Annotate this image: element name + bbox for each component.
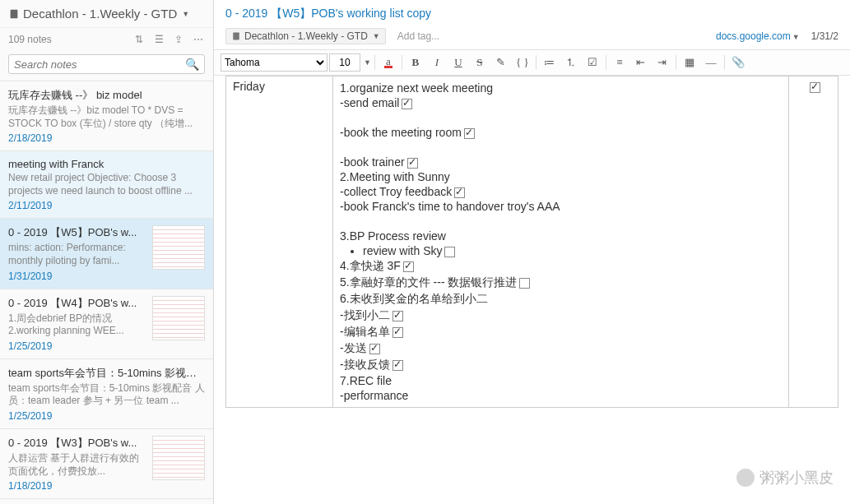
note-item[interactable]: 0 - 2019 【W3】POB's w...人群运营 基于人群进行有效的页面优… [0,429,213,499]
note-item-title: team sports年会节目：5-10mins 影视配音 [8,366,205,381]
day-cell[interactable]: Friday [226,76,333,408]
task-line[interactable]: review with Sky [363,244,782,257]
main-pane: 0 - 2019 【W5】POB's working list copy Dec… [214,0,850,504]
task-line[interactable]: 1.organize next week meeting [340,81,782,95]
task-line[interactable]: -send email [340,96,782,109]
strike-button[interactable]: S [470,53,490,72]
font-select[interactable]: Tahoma [221,53,327,72]
checkbox[interactable] [369,344,380,354]
align-button[interactable]: ≡ [610,53,629,72]
task-line[interactable]: 2.Meeting with Sunny [340,170,782,183]
search-icon[interactable]: 🔍 [185,58,199,71]
task-line[interactable]: -performance [340,389,782,402]
sidebar-toolbar: 109 notes ⇅ ☰ ⇪ ⋯ [0,28,213,51]
note-item-title: meeting with Franck [8,158,205,170]
underline-button[interactable]: U [448,53,468,72]
code-button[interactable]: { } [513,53,532,72]
note-title[interactable]: 0 - 2019 【W5】POB's working list copy [214,0,850,25]
indent-button[interactable]: ⇥ [653,53,672,72]
note-item[interactable]: team sports年会节目：5-10mins 影视配音team sports… [0,359,213,429]
search-box[interactable]: 🔍 [8,54,205,74]
outdent-button[interactable]: ⇤ [631,53,651,72]
notebook-name: Decathlon - 1.Weekly - GTD [23,7,177,21]
notebook-pill-label: Decathlon - 1.Weekly - GTD [244,30,368,42]
task-line[interactable]: -发送 [340,341,782,356]
note-item-snippet: 1.周会debrief BP的情况 2.working planning WEE… [8,312,147,338]
hr-button[interactable]: — [701,53,721,72]
checkbox[interactable] [407,158,418,169]
more-icon[interactable]: ⋯ [192,33,205,46]
checkbox[interactable] [403,261,414,272]
bullet-list-button[interactable]: ≔ [540,53,560,72]
checkbox[interactable] [810,82,820,93]
task-line[interactable]: 6.未收到奖金的名单给到小二 [340,292,782,307]
note-item[interactable]: 0 - 2019 【W5】POB's w...mins: action: Per… [0,219,213,289]
note-list: 玩库存去赚钱 --》 biz model玩库存去赚钱 --》biz model … [0,81,213,504]
task-line[interactable]: 3.BP Process review [340,229,782,243]
note-thumbnail [152,436,205,480]
task-line[interactable]: 5.拿融好章的文件 --- 数据银行推进 [340,275,782,290]
task-line[interactable]: 4.拿快递 3F [340,259,782,274]
chevron-down-icon[interactable]: ▼ [364,58,371,67]
notebook-selector[interactable]: Decathlon - 1.Weekly - GTD ▼ [8,7,205,21]
number-list-button[interactable]: ⒈ [561,53,581,72]
checkbox[interactable] [464,128,475,139]
checkbox[interactable] [392,311,403,321]
task-line[interactable]: 7.REC file [340,374,782,387]
note-item-snippet: team sports年会节目：5-10mins 影视配音 人员：team le… [8,382,205,408]
note-item[interactable]: 玩库存去赚钱 --》 biz model玩库存去赚钱 --》biz model … [0,81,213,151]
font-color-button[interactable]: a [379,53,398,72]
note-item-snippet: 人群运营 基于人群进行有效的页面优化，付费投放... [8,452,147,478]
watermark-icon [736,469,755,487]
note-content[interactable]: Friday 1.organize next week meeting-send… [214,76,850,504]
checkbox[interactable] [444,247,455,257]
task-line[interactable]: -找到小二 [340,308,782,323]
note-item-title: 玩库存去赚钱 --》 biz model [8,88,205,103]
table-button[interactable]: ▦ [680,53,699,72]
svg-rect-1 [233,33,239,40]
checkbox[interactable] [402,99,412,109]
bold-button[interactable]: B [406,53,425,72]
tasks-cell[interactable]: 1.organize next week meeting-send email … [333,76,789,408]
checkbox[interactable] [392,360,403,371]
task-line[interactable] [340,111,782,124]
checkbox[interactable] [392,327,403,338]
task-line[interactable]: -book the meeting room [340,126,782,139]
notebook-icon [231,31,241,41]
list-view-icon[interactable]: ☰ [152,33,165,46]
highlight-button[interactable]: ✎ [491,53,511,72]
checkbox-button[interactable]: ☑ [583,53,602,72]
notebook-pill[interactable]: Decathlon - 1.Weekly - GTD ▼ [225,28,386,44]
note-item-title: 0 - 2019 【W5】POB's w... [8,225,147,240]
search-input[interactable] [14,58,185,71]
checkbox[interactable] [519,278,530,289]
task-table: Friday 1.organize next week meeting-send… [225,76,838,408]
source-url[interactable]: docs.google.com▼ [716,30,800,42]
watermark: 粥粥小黑皮 [736,468,834,488]
task-line[interactable]: -接收反馈 [340,358,782,372]
note-item-snippet: 玩库存去赚钱 --》biz model TO * DVS = STOCK TO … [8,104,205,130]
task-line[interactable]: -book Franck's time to handover troy's A… [340,200,782,213]
italic-button[interactable]: I [427,53,447,72]
notebook-icon [8,8,20,20]
note-item-date: 1/18/2019 [8,480,147,492]
sort-icon[interactable]: ⇅ [132,33,146,46]
note-item-date: 1/25/2019 [8,340,147,352]
share-icon[interactable]: ⇪ [172,33,185,46]
checkbox[interactable] [454,187,465,198]
note-item-date: 1/31/2019 [8,270,147,282]
font-size-input[interactable] [329,53,360,72]
done-cell[interactable] [789,76,838,408]
add-tag[interactable]: Add tag... [397,30,439,42]
task-line[interactable] [340,141,782,154]
task-line[interactable]: -collect Troy feedback [340,185,782,198]
note-item-date: 2/11/2019 [8,200,205,211]
task-line[interactable] [340,215,782,228]
task-line[interactable]: -编辑名单 [340,325,782,340]
chevron-down-icon: ▼ [373,32,380,40]
meta-row: Decathlon - 1.Weekly - GTD ▼ Add tag... … [214,25,850,49]
note-item[interactable]: meeting with FranckNew retail project Ob… [0,151,213,219]
attach-button[interactable]: 📎 [728,53,748,72]
note-item[interactable]: 0 - 2019 【W4】POB's w...1.周会debrief BP的情况… [0,289,213,359]
task-line[interactable]: -book trainer [340,155,782,169]
